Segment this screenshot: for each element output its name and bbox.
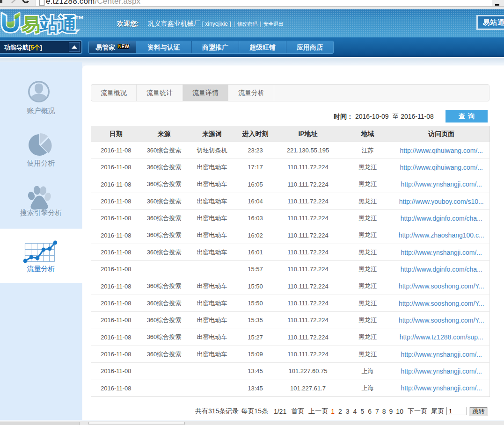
svg-text:易: 易 xyxy=(21,14,40,35)
svg-text:™: ™ xyxy=(75,14,84,24)
